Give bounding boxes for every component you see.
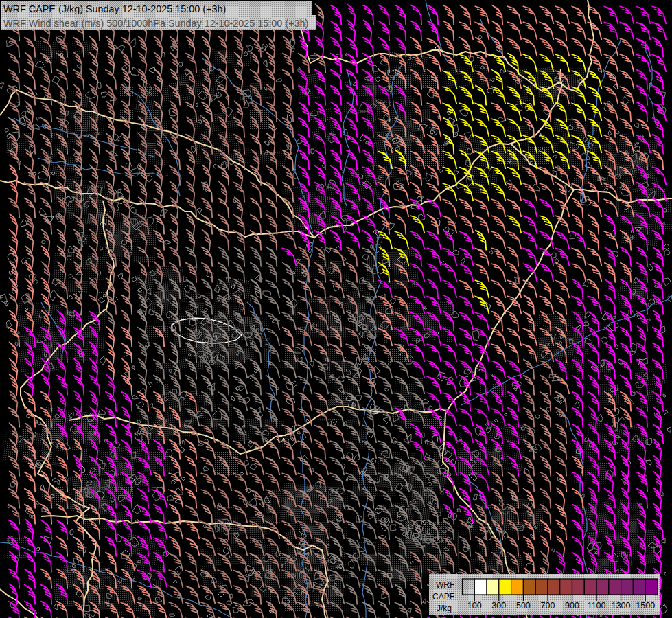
- svg-text:300: 300: [491, 601, 506, 610]
- svg-text:CAPE: CAPE: [432, 592, 455, 602]
- svg-text:700: 700: [541, 601, 555, 610]
- svg-text:WRF CAPE (J/kg) Sunday 12-10-2: WRF CAPE (J/kg) Sunday 12-10-2025 15:00 …: [3, 3, 226, 14]
- svg-text:100: 100: [467, 601, 482, 610]
- svg-text:J/kg: J/kg: [437, 604, 452, 613]
- svg-text:900: 900: [565, 601, 579, 610]
- svg-text:1100: 1100: [588, 601, 606, 610]
- svg-text:1300: 1300: [612, 601, 631, 610]
- svg-text:500: 500: [516, 601, 531, 610]
- svg-text:WRF: WRF: [436, 580, 454, 590]
- svg-text:1500: 1500: [636, 601, 655, 610]
- svg-text:WRF Wind shear (m/s) 500/1000h: WRF Wind shear (m/s) 500/1000hPa Sunday …: [3, 18, 308, 29]
